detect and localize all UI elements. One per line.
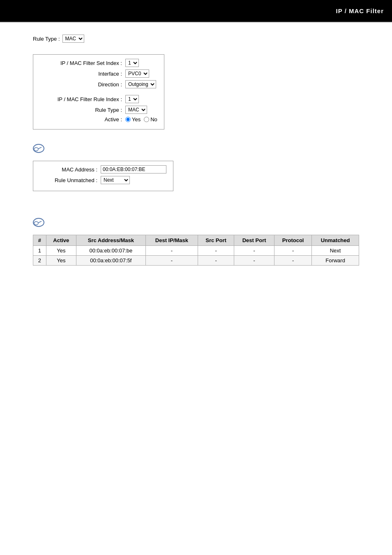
- active-no-text: No: [150, 116, 157, 123]
- header-bar: IP / MAC Filter: [0, 0, 392, 21]
- mac-address-row: MAC Address :: [40, 165, 166, 173]
- svg-point-1: [34, 148, 38, 151]
- filter-rule-index-label: IP / MAC Filter Rule Index :: [40, 96, 122, 102]
- active-row: Active : Yes No: [40, 116, 157, 123]
- table-cell: 00:0a:eb:00:07:5f: [76, 256, 145, 266]
- direction-select[interactable]: OutgoingIncoming: [125, 80, 156, 88]
- table-cell: 00:0a:eb:00:07:be: [76, 246, 145, 256]
- active-yes-text: Yes: [132, 116, 141, 123]
- table-cell: -: [198, 256, 234, 266]
- filter-rule-type-select[interactable]: MACIP: [125, 106, 147, 114]
- interface-label: Interface :: [40, 71, 122, 77]
- table-cell: -: [274, 246, 312, 256]
- active-yes-label[interactable]: Yes: [125, 116, 141, 123]
- active-no-radio[interactable]: [144, 117, 149, 122]
- direction-row: Direction : OutgoingIncoming: [40, 80, 157, 88]
- filter-set-index-label: IP / MAC Filter Set Index :: [40, 60, 122, 66]
- table-cell: -: [198, 246, 234, 256]
- filter-rule-type-row: Rule Type : MACIP: [40, 106, 157, 114]
- col-dest-port: Dest Port: [234, 235, 274, 246]
- rule-unmatched-label: Rule Unmatched :: [40, 177, 97, 183]
- direction-label: Direction :: [40, 81, 122, 88]
- col-protocol: Protocol: [274, 235, 312, 246]
- rule-type-select[interactable]: MAC IP: [62, 35, 84, 43]
- table-cell: Yes: [46, 246, 76, 256]
- col-src-port: Src Port: [198, 235, 234, 246]
- active-no-label[interactable]: No: [144, 116, 157, 123]
- mac-address-input[interactable]: [101, 165, 166, 173]
- active-yes-radio[interactable]: [125, 117, 131, 122]
- filter-rule-type-label: Rule Type :: [40, 107, 122, 113]
- table-cell: -: [145, 256, 198, 266]
- filter-rule-index-select[interactable]: 123456: [125, 95, 139, 103]
- mac-address-box: MAC Address : Rule Unmatched : NextForwa…: [33, 161, 173, 191]
- rule-type-label: Rule Type :: [33, 36, 60, 42]
- note-icon-2: [33, 217, 359, 228]
- active-radio-group: Yes No: [125, 116, 157, 123]
- svg-line-2: [38, 147, 42, 149]
- note-icon-2-svg: [33, 217, 44, 228]
- filter-table: # Active Src Address/Mask Dest IP/Mask S…: [33, 235, 359, 266]
- table-cell: -: [234, 256, 274, 266]
- note-icon-1: [33, 143, 359, 154]
- table-cell: 2: [33, 256, 46, 266]
- table-cell: Next: [312, 246, 359, 256]
- col-src-addr: Src Address/Mask: [76, 235, 145, 246]
- table-cell: -: [274, 256, 312, 266]
- header-title: IP / MAC Filter: [336, 7, 384, 14]
- col-dest-ip: Dest IP/Mask: [145, 235, 198, 246]
- filter-set-index-select[interactable]: 123456: [125, 59, 139, 67]
- table-row: 2Yes00:0a:eb:00:07:5f----Forward: [33, 256, 359, 266]
- table-cell: 1: [33, 246, 46, 256]
- table-cell: Forward: [312, 256, 359, 266]
- filter-set-box: IP / MAC Filter Set Index : 123456 Inter…: [33, 54, 164, 130]
- svg-line-5: [38, 221, 42, 223]
- filter-set-index-row: IP / MAC Filter Set Index : 123456: [40, 59, 157, 67]
- mac-address-label: MAC Address :: [40, 166, 97, 173]
- active-label: Active :: [40, 116, 122, 123]
- col-num: #: [33, 235, 46, 246]
- table-cell: Yes: [46, 256, 76, 266]
- table-row: 1Yes00:0a:eb:00:07:be----Next: [33, 246, 359, 256]
- rule-unmatched-select[interactable]: NextForwardDrop: [101, 176, 130, 184]
- table-cell: -: [234, 246, 274, 256]
- filter-rule-index-row: IP / MAC Filter Rule Index : 123456: [40, 95, 157, 103]
- col-active: Active: [46, 235, 76, 246]
- rule-unmatched-row: Rule Unmatched : NextForwardDrop: [40, 176, 166, 184]
- note-icon-1-svg: [33, 143, 44, 154]
- table-cell: -: [145, 246, 198, 256]
- interface-select[interactable]: PVC0PVC1PVC2PVC3 PVC4PVC5PVC6PVC7: [125, 69, 149, 78]
- interface-row: Interface : PVC0PVC1PVC2PVC3 PVC4PVC5PVC…: [40, 69, 157, 78]
- rule-type-row: Rule Type : MAC IP: [33, 35, 359, 43]
- col-unmatched: Unmatched: [312, 235, 359, 246]
- svg-point-4: [34, 222, 38, 225]
- filter-table-section: # Active Src Address/Mask Dest IP/Mask S…: [33, 235, 359, 266]
